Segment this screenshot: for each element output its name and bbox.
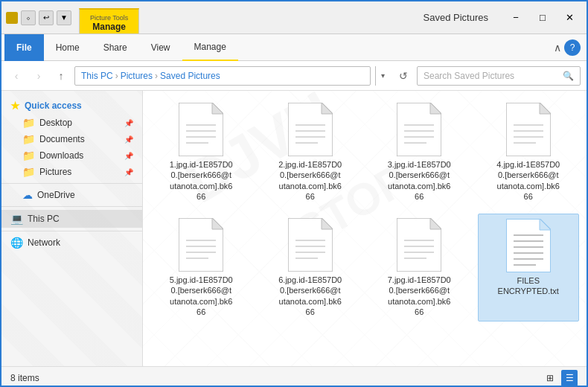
help-button[interactable]: ?: [564, 39, 581, 56]
onedrive-icon: ☁: [22, 189, 33, 201]
close-button[interactable]: ✕: [557, 7, 582, 28]
address-path[interactable]: This PC › Pictures › Saved Pictures: [74, 66, 371, 86]
file-label: 4.jpg.id-1E857D00.[berserk666@tutanota.c…: [496, 159, 560, 202]
svg-marker-13: [430, 103, 441, 114]
file-item[interactable]: 7.jpg.id-1E857D00.[berserk666@tutanota.c…: [368, 214, 470, 322]
refresh-button[interactable]: ↺: [394, 67, 412, 85]
thispc-icon: 💻: [10, 213, 23, 225]
pin-icon: 📌: [124, 135, 133, 144]
item-count: 8 items: [10, 373, 39, 383]
sidebar-divider-3: [1, 231, 142, 231]
path-saved-pictures[interactable]: Saved Pictures: [160, 71, 220, 81]
sidebar-item-label: Pictures: [39, 167, 71, 177]
title-bar-left: ⬦ ↩ ▼: [1, 1, 76, 33]
folder-icon: 📁: [22, 117, 35, 129]
file-icon-encrypted: [179, 103, 223, 156]
file-item[interactable]: 6.jpg.id-1E857D00.[berserk666@tutanota.c…: [260, 214, 362, 322]
tab-home[interactable]: Home: [44, 34, 92, 61]
quick-access-header[interactable]: ★ Quick access: [1, 97, 142, 115]
sidebar-item-desktop[interactable]: 📁 Desktop 📌: [1, 115, 142, 131]
sidebar-item-onedrive[interactable]: ☁ OneDrive: [1, 187, 142, 203]
up-button[interactable]: ↑: [52, 67, 70, 85]
path-thispc[interactable]: This PC: [81, 71, 113, 81]
file-item[interactable]: 1.jpg.id-1E857D00.[berserk666@tutanota.c…: [150, 98, 252, 206]
sidebar-divider-1: [1, 183, 142, 184]
svg-marker-37: [430, 218, 441, 229]
tab-manage[interactable]: Manage: [182, 34, 238, 61]
sidebar-item-label: Network: [28, 237, 60, 248]
file-icon-encrypted: [288, 218, 333, 272]
sidebar-item-thispc[interactable]: 💻 This PC: [1, 210, 142, 228]
quick-access-btn[interactable]: ⬦: [21, 10, 36, 25]
sidebar-item-label: Documents: [39, 134, 85, 144]
tab-file[interactable]: File: [4, 34, 44, 61]
sidebar-item-downloads[interactable]: 📁 Downloads 📌: [1, 147, 142, 164]
pin-icon: 📌: [124, 168, 133, 176]
file-item-encrypted-txt[interactable]: FILESENCRYPTED.txt: [478, 214, 580, 322]
svg-marker-43: [540, 219, 551, 230]
title-bar-tabs: Picture Tools Manage: [76, 1, 409, 33]
app-icon: [6, 12, 18, 24]
manage-tab-label: Manage: [92, 22, 126, 32]
sidebar-item-network[interactable]: 🌐 Network: [1, 234, 142, 251]
view-controls: ⊞ ☰: [542, 370, 578, 386]
search-box[interactable]: Search Saved Pictures 🔍: [417, 66, 581, 86]
network-icon: 🌐: [10, 237, 23, 249]
path-pictures[interactable]: Pictures: [121, 71, 153, 81]
properties-btn[interactable]: ▼: [57, 10, 71, 25]
svg-marker-31: [322, 218, 333, 229]
pin-icon: 📌: [124, 152, 133, 160]
path-sep-2: ›: [155, 71, 158, 81]
address-bar: ‹ › ↑ This PC › Pictures › Saved Picture…: [1, 61, 587, 91]
sidebar-item-documents[interactable]: 📁 Documents 📌: [1, 131, 142, 147]
title-bar: ⬦ ↩ ▼ Picture Tools Manage Saved Picture…: [1, 1, 587, 34]
file-icon-encrypted: [288, 103, 333, 156]
file-item[interactable]: 2.jpg.id-1E857D00.[berserk666@tutanota.c…: [260, 98, 362, 206]
list-view-button[interactable]: ☰: [561, 370, 578, 386]
search-placeholder: Search Saved Pictures: [424, 71, 558, 81]
file-item[interactable]: 5.jpg.id-1E857D00.[berserk666@tutanota.c…: [150, 214, 252, 322]
sidebar-item-label: This PC: [28, 214, 60, 224]
tab-share[interactable]: Share: [92, 34, 139, 61]
picture-tools-tab[interactable]: Picture Tools Manage: [79, 8, 139, 33]
file-icon-txt: [506, 219, 551, 272]
file-icon-encrypted: [397, 218, 441, 272]
path-sep-1: ›: [115, 71, 118, 81]
file-icon-encrypted: [506, 103, 551, 156]
window-controls: − □ ✕: [503, 1, 587, 33]
sidebar-item-pictures[interactable]: 📁 Pictures 📌: [1, 164, 142, 180]
back-button[interactable]: ‹: [7, 67, 25, 85]
file-label: 6.jpg.id-1E857D00.[berserk666@tutanota.c…: [278, 275, 342, 317]
minimize-button[interactable]: −: [503, 7, 528, 28]
file-label: FILESENCRYPTED.txt: [498, 275, 559, 297]
main-content: ★ Quick access 📁 Desktop 📌 📁 Documents 📌…: [1, 91, 587, 366]
file-icon-encrypted: [179, 218, 223, 272]
search-icon: 🔍: [563, 71, 574, 81]
address-dropdown[interactable]: ▾: [375, 66, 390, 86]
status-bar: 8 items ⊞ ☰: [1, 366, 587, 387]
star-icon: ★: [10, 100, 20, 112]
forward-button[interactable]: ›: [30, 67, 48, 85]
sidebar-divider-2: [1, 206, 142, 207]
onedrive-section: ☁ OneDrive: [1, 187, 142, 203]
file-area: DJVU STOP 1.jpg.id-1E857D00.[berserk666@…: [143, 91, 587, 366]
tab-view[interactable]: View: [139, 34, 182, 61]
file-label: 2.jpg.id-1E857D00.[berserk666@tutanota.c…: [278, 159, 342, 202]
sidebar-item-label: Desktop: [39, 118, 72, 128]
file-label: 1.jpg.id-1E857D00.[berserk666@tutanota.c…: [170, 159, 233, 202]
folder-icon: 📁: [22, 150, 35, 161]
file-label: 5.jpg.id-1E857D00.[berserk666@tutanota.c…: [170, 275, 233, 317]
svg-marker-1: [212, 103, 223, 114]
sidebar-item-label: OneDrive: [37, 190, 75, 200]
sidebar: ★ Quick access 📁 Desktop 📌 📁 Documents 📌…: [1, 91, 143, 366]
maximize-button[interactable]: □: [530, 7, 555, 28]
grid-view-button[interactable]: ⊞: [542, 370, 558, 386]
file-item[interactable]: 4.jpg.id-1E857D00.[berserk666@tutanota.c…: [478, 98, 580, 206]
folder-icon: 📁: [22, 166, 35, 178]
window-title: Saved Pictures: [409, 1, 503, 33]
picture-tools-label: Picture Tools: [90, 14, 128, 22]
quick-access-section: ★ Quick access 📁 Desktop 📌 📁 Documents 📌…: [1, 97, 142, 180]
undo-btn[interactable]: ↩: [39, 10, 54, 25]
ribbon-collapse-icon[interactable]: ∧: [554, 42, 561, 54]
file-item[interactable]: 3.jpg.id-1E857D00.[berserk666@tutanota.c…: [368, 98, 470, 206]
